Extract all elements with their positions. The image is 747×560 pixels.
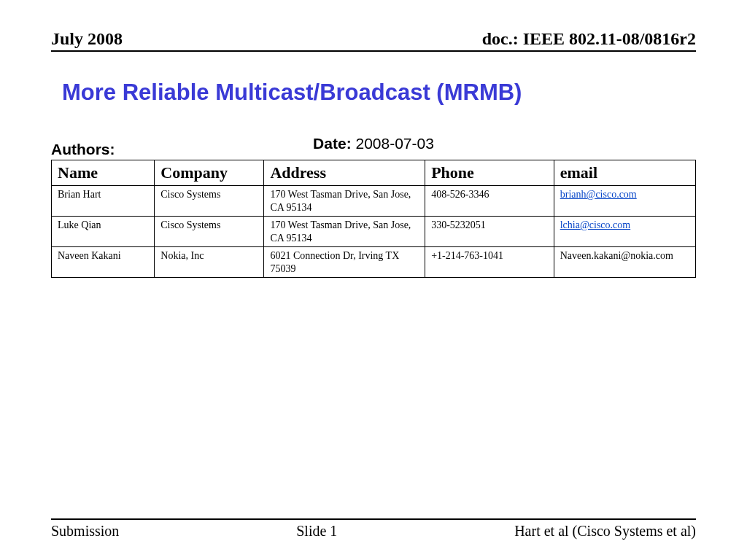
cell-name: Brian Hart — [52, 186, 155, 217]
table-header-row: Name Company Address Phone email — [52, 160, 696, 186]
footer-right: Hart et al (Cisco Systems et al) — [514, 523, 696, 540]
cell-company: Cisco Systems — [155, 217, 264, 247]
date-label: Date: — [313, 135, 352, 152]
cell-phone: 330-5232051 — [425, 217, 554, 247]
footer-left: Submission — [51, 523, 119, 540]
footer: Submission Slide 1 Hart et al (Cisco Sys… — [51, 518, 696, 540]
cell-phone: 408-526-3346 — [425, 186, 554, 217]
cell-name: Naveen Kakani — [52, 247, 155, 278]
cell-email: Naveen.kakani@nokia.com — [554, 247, 695, 278]
footer-center: Slide 1 — [296, 523, 337, 540]
email-link[interactable]: brianh@cisco.com — [560, 189, 637, 200]
header: July 2008 doc.: IEEE 802.11-08/0816r2 — [51, 29, 696, 52]
table-row: Brian HartCisco Systems170 West Tasman D… — [52, 186, 696, 217]
authors-table: Name Company Address Phone email Brian H… — [51, 160, 696, 278]
cell-address: 170 West Tasman Drive, San Jose, CA 9513… — [264, 186, 425, 217]
cell-company: Cisco Systems — [155, 186, 264, 217]
email-link[interactable]: lchia@cisco.com — [560, 219, 630, 230]
cell-phone: +1-214-763-1041 — [425, 247, 554, 278]
table-row: Naveen KakaniNokia, Inc6021 Connection D… — [52, 247, 696, 278]
th-phone: Phone — [425, 160, 554, 186]
cell-name: Luke Qian — [52, 217, 155, 247]
header-doc-id: doc.: IEEE 802.11-08/0816r2 — [482, 29, 696, 49]
th-company: Company — [155, 160, 264, 186]
page-title: More Reliable Multicast/Broadcast (MRMB) — [62, 79, 696, 106]
th-email: email — [554, 160, 695, 186]
cell-address: 6021 Connection Dr, Irving TX 75039 — [264, 247, 425, 278]
slide: July 2008 doc.: IEEE 802.11-08/0816r2 Mo… — [0, 0, 747, 560]
th-name: Name — [52, 160, 155, 186]
date-value: 2008-07-03 — [355, 135, 433, 152]
cell-company: Nokia, Inc — [155, 247, 264, 278]
cell-email: brianh@cisco.com — [554, 186, 695, 217]
cell-address: 170 West Tasman Drive, San Jose, CA 9513… — [264, 217, 425, 247]
th-address: Address — [264, 160, 425, 186]
table-row: Luke QianCisco Systems170 West Tasman Dr… — [52, 217, 696, 247]
header-date: July 2008 — [51, 29, 123, 49]
cell-email: lchia@cisco.com — [554, 217, 695, 247]
